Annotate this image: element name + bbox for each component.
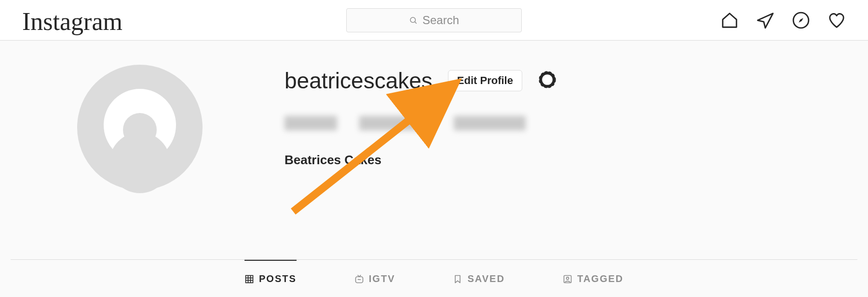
grid-icon — [244, 274, 254, 284]
bookmark-icon — [453, 274, 462, 284]
tab-saved[interactable]: SAVED — [453, 260, 504, 297]
settings-gear-icon[interactable] — [538, 70, 557, 91]
explore-icon[interactable] — [792, 11, 810, 29]
tab-posts-label: POSTS — [259, 273, 297, 284]
svg-rect-8 — [246, 275, 253, 283]
search-wrap: Search — [346, 8, 522, 32]
edit-profile-button[interactable]: Edit Profile — [448, 70, 522, 91]
search-icon — [409, 16, 418, 25]
tab-saved-label: SAVED — [467, 273, 504, 284]
tagged-icon — [563, 274, 572, 284]
tab-igtv-label: IGTV — [369, 273, 395, 284]
svg-point-15 — [566, 277, 569, 279]
profile-stats-blurred — [285, 116, 526, 132]
home-icon[interactable] — [720, 11, 739, 29]
profile-tabs: POSTS IGTV SAVED TAGGED — [0, 259, 868, 297]
avatar[interactable] — [77, 65, 203, 190]
tab-tagged[interactable]: TAGGED — [563, 260, 624, 297]
profile-info: beatricescakes Edit Profile Beatrices Ca… — [285, 65, 557, 190]
tab-igtv[interactable]: IGTV — [354, 260, 395, 297]
svg-point-0 — [410, 17, 416, 23]
nav-icons — [720, 11, 849, 29]
svg-line-1 — [415, 22, 416, 23]
igtv-icon — [354, 274, 364, 284]
messages-icon[interactable] — [756, 11, 774, 29]
svg-marker-3 — [799, 18, 803, 23]
activity-heart-icon[interactable] — [827, 11, 846, 29]
profile-section: beatricescakes Edit Profile Beatrices Ca… — [0, 41, 868, 190]
tab-tagged-label: TAGGED — [577, 273, 624, 284]
search-input[interactable]: Search — [346, 8, 522, 32]
tab-posts[interactable]: POSTS — [244, 260, 297, 297]
instagram-logo[interactable]: Instagram — [22, 9, 122, 34]
profile-header-row: beatricescakes Edit Profile — [285, 68, 557, 94]
search-placeholder: Search — [422, 14, 459, 27]
username: beatricescakes — [285, 68, 433, 94]
display-name: Beatrices Cakes — [285, 153, 557, 168]
top-nav: Instagram Search — [0, 0, 868, 41]
